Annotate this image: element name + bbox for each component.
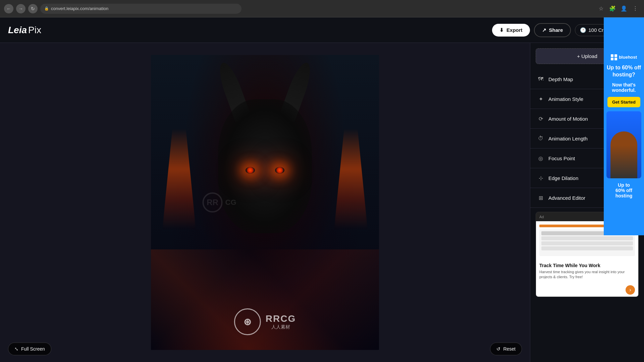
grid-cell-1 [611,54,613,57]
share-icon: ↗ [542,27,546,33]
bluehost-image-area: WP [606,111,641,178]
app-container: Leia Pix ⬇ Export ↗ Share 🕐 100 Credits … [0,17,644,362]
share-button[interactable]: ↗ Share [534,23,571,37]
amount-motion-icon: ⟳ [537,115,544,122]
ad-table-row-3 [541,246,633,250]
browser-chrome: ← → ↻ 🔒 convert.leiapix.com/animation ☆ … [0,0,644,17]
url-bar[interactable]: 🔒 convert.leiapix.com/animation [40,4,241,14]
reset-icon: ↺ [496,346,500,352]
bottom-controls: ⤡ Full Screen ↺ Reset [0,343,530,355]
menu-button[interactable]: ⋮ [631,4,640,13]
watermark-bottom: ⊛ RRCG 人人素材 [234,308,296,335]
ad-label: Ad [539,215,544,219]
ad-footer-title: Track Time While You Work [539,263,635,268]
export-label: Export [506,27,523,33]
bluehost-cta-button[interactable]: Get Started [607,97,640,107]
extensions-button[interactable]: 🧩 [608,4,617,13]
right-ad: bluehost Up to 60% off hosting? Now that… [604,43,644,235]
fire-right [334,129,368,229]
bluehost-headline: Up to 60% off hosting? [606,64,641,78]
share-label: Share [549,27,563,33]
grid-cell-4 [614,58,617,60]
logo: Leia Pix [8,25,41,36]
watermark-text: CG [225,198,236,207]
eye-right [275,167,284,174]
watermark-top: RR CG [203,192,236,213]
grid-cell-3 [611,58,613,60]
demon-glow-eyes [246,167,284,174]
canvas-area: RR CG ⊛ RRCG 人人素材 ⤡ Full Scre [0,43,530,362]
star-button[interactable]: ☆ [596,4,606,13]
fire-left [162,129,196,229]
credits-icon: 🕐 [580,27,586,33]
bluehost-subtext: Now that's wonderful. [606,82,641,93]
grid-cell-2 [614,54,617,57]
forward-button[interactable]: → [16,4,25,13]
export-button[interactable]: ⬇ Export [492,24,530,37]
back-button[interactable]: ← [4,4,13,13]
ad-cta: › [536,283,638,297]
animation-length-icon: ⏱ [537,135,544,142]
canvas-image: RR CG ⊛ RRCG 人人素材 [151,55,379,350]
focus-point-icon: ◎ [537,155,544,162]
demon-art: RR CG ⊛ RRCG 人人素材 [151,55,379,350]
main-content: RR CG ⊛ RRCG 人人素材 ⤡ Full Scre [0,43,644,362]
fullscreen-icon: ⤡ [14,346,18,352]
refresh-button[interactable]: ↻ [28,4,38,13]
reset-button[interactable]: ↺ Reset [490,343,522,355]
bluehost-name: bluehost [619,55,637,60]
lock-icon: 🔒 [44,6,49,11]
person-silhouette [610,131,637,178]
ad-cta-button[interactable]: › [626,285,635,295]
advanced-editor-icon: ⊞ [537,194,544,201]
watermark-main: RRCG [266,313,296,324]
watermark-sub: 人人素材 [266,324,296,330]
face-shadow [218,99,312,233]
ad-table-row-1 [541,236,633,240]
bluehost-logo: bluehost [611,54,637,60]
logo-leia: Leia [8,25,27,36]
watermark-circle: RR [203,192,223,213]
upload-label: + Upload [577,53,597,59]
ad-footer: Track Time While You Work Harvest time t… [536,259,638,283]
watermark-bottom-circle: ⊛ [234,308,261,335]
ad-table-row-2 [541,241,633,245]
top-nav: Leia Pix ⬇ Export ↗ Share 🕐 100 Credits … [0,17,644,43]
edge-dilation-icon: ⊹ [537,174,544,182]
watermark-bottom-text: RRCG 人人素材 [266,313,296,330]
reset-label: Reset [503,346,516,352]
bluehost-grid-icon [611,54,618,60]
browser-actions: ☆ 🧩 👤 ⋮ [596,4,640,13]
depth-map-icon: 🗺 [537,75,544,83]
bluehost-cta-label: Get Started [612,100,636,105]
ad-footer-text: Harvest time tracking gives you real ins… [539,269,635,280]
logo-pix: Pix [28,25,41,36]
animation-style-icon: ✦ [537,95,544,103]
fullscreen-label: Full Screen [21,346,45,352]
bluehost-discount: Up to60% offhosting [615,182,633,198]
eye-left [246,167,255,174]
profile-button[interactable]: 👤 [619,4,629,13]
export-icon: ⬇ [499,27,504,33]
fullscreen-button[interactable]: ⤡ Full Screen [8,343,51,355]
url-text: convert.leiapix.com/animation [51,6,108,11]
